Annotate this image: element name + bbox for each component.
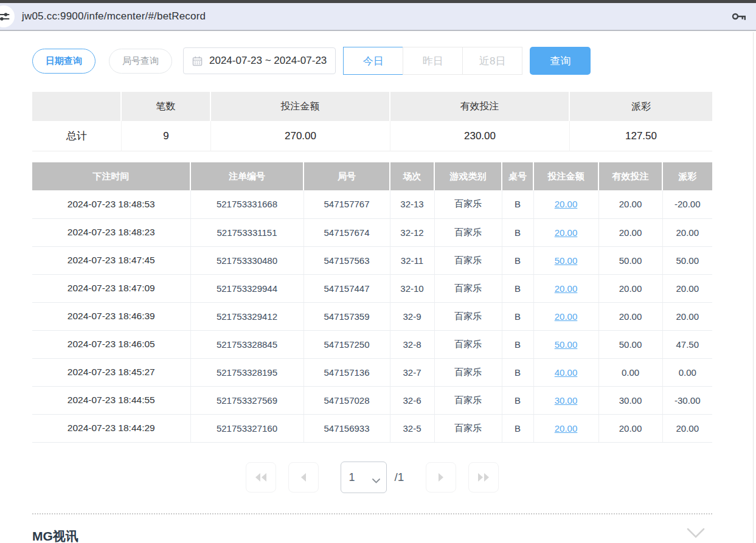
session-cell: 32-7 — [390, 358, 434, 386]
double-right-arrow-icon — [477, 472, 490, 482]
bet-amount-cell: 20.00 — [533, 302, 598, 330]
bet-no-cell: 521753331668 — [190, 190, 303, 218]
game-type-cell: 百家乐 — [434, 274, 502, 302]
round-no-cell: 547157028 — [303, 386, 390, 414]
key-icon[interactable] — [732, 12, 746, 21]
page-total-label: /1 — [395, 471, 404, 484]
session-cell: 32-8 — [390, 330, 434, 358]
header-game-type: 游戏类别 — [434, 162, 502, 190]
table-row: 2024-07-23 18:44:29 521753327160 5471569… — [32, 414, 712, 442]
bet-no-cell: 521753331151 — [190, 218, 303, 246]
table-no-cell: B — [502, 386, 533, 414]
double-left-arrow-icon — [254, 472, 268, 482]
bet-amount-cell: 30.00 — [533, 386, 598, 414]
summary-header-blank — [32, 92, 122, 121]
bet-amount-cell: 40.00 — [533, 358, 598, 386]
yesterday-button[interactable]: 昨日 — [403, 47, 463, 75]
header-session: 场次 — [390, 162, 434, 190]
round-no-cell: 547157447 — [303, 274, 390, 302]
summary-header-payout: 派彩 — [570, 92, 712, 121]
scrollbar-track[interactable] — [753, 32, 754, 543]
section-title: MG视讯 — [32, 528, 78, 543]
bet-time-cell: 2024-07-23 18:47:45 — [32, 246, 190, 274]
header-valid-bet: 有效投注 — [598, 162, 662, 190]
game-type-cell: 百家乐 — [434, 330, 502, 358]
round-no-cell: 547157767 — [303, 190, 390, 218]
header-bet-amount: 投注金额 — [533, 162, 598, 190]
bet-amount-link[interactable]: 50.00 — [555, 339, 578, 350]
section-divider — [32, 513, 712, 514]
table-no-cell: B — [502, 358, 533, 386]
next-page-button[interactable] — [426, 462, 456, 493]
bet-record-page: 日期查询 局号查询 2024-07-23 ~ 2024-07-23 今日 昨日 — [0, 47, 756, 543]
last8days-button[interactable]: 近8日 — [462, 47, 522, 75]
bet-no-cell: 521753330480 — [190, 246, 303, 274]
bet-record-table: 下注时间 注单编号 局号 场次 游戏类别 桌号 投注金额 有效投注 派彩 202… — [32, 162, 712, 443]
page-select-wrap: 1 — [341, 462, 387, 493]
valid-bet-cell: 20.00 — [598, 190, 662, 218]
valid-bet-cell: 20.00 — [598, 414, 662, 442]
bet-amount-cell: 20.00 — [533, 190, 598, 218]
round-no-cell: 547157674 — [303, 218, 390, 246]
session-cell: 32-10 — [390, 274, 434, 302]
summary-total-row: 总计 9 270.00 230.00 127.50 — [32, 121, 712, 151]
round-query-tab[interactable]: 局号查询 — [109, 49, 172, 74]
round-no-cell: 547157563 — [303, 246, 390, 274]
bet-no-cell: 521753328195 — [190, 358, 303, 386]
session-cell: 32-9 — [390, 302, 434, 330]
summary-total-count: 9 — [122, 121, 211, 151]
table-row: 2024-07-23 18:46:05 521753328845 5471572… — [32, 330, 712, 358]
bet-amount-cell: 20.00 — [533, 218, 598, 246]
date-range-input[interactable]: 2024-07-23 ~ 2024-07-23 — [183, 47, 336, 74]
page-select[interactable]: 1 — [341, 462, 387, 493]
bet-time-cell: 2024-07-23 18:48:53 — [32, 190, 190, 218]
bet-amount-link[interactable]: 30.00 — [555, 395, 578, 406]
bet-amount-link[interactable]: 50.00 — [555, 255, 578, 266]
url-text[interactable]: jw05.cc:9900/infe/mcenter/#/betRecord — [22, 10, 206, 22]
bet-no-cell: 521753329944 — [190, 274, 303, 302]
quick-range-group: 今日 昨日 近8日 — [343, 47, 522, 75]
mg-video-section-header[interactable]: MG视讯 — [32, 528, 712, 543]
table-row: 2024-07-23 18:48:53 521753331668 5471577… — [32, 190, 712, 218]
bet-amount-cell: 50.00 — [533, 246, 598, 274]
date-query-tab[interactable]: 日期查询 — [32, 49, 95, 74]
browser-url-bar[interactable]: jw05.cc:9900/infe/mcenter/#/betRecord — [0, 3, 756, 31]
bet-amount-link[interactable]: 40.00 — [555, 367, 578, 378]
summary-header-valid-bet: 有效投注 — [390, 92, 570, 121]
session-cell: 32-5 — [390, 414, 434, 442]
game-type-cell: 百家乐 — [434, 386, 502, 414]
valid-bet-cell: 30.00 — [598, 386, 662, 414]
summary-header-row: 笔数 投注金额 有效投注 派彩 — [32, 92, 712, 121]
chevron-down-icon[interactable] — [687, 528, 705, 539]
valid-bet-cell: 0.00 — [598, 358, 662, 386]
table-no-cell: B — [502, 302, 533, 330]
summary-header-count: 笔数 — [122, 92, 211, 121]
search-button[interactable]: 查询 — [530, 47, 591, 75]
right-arrow-icon — [437, 472, 445, 482]
bet-amount-link[interactable]: 20.00 — [555, 227, 578, 238]
summary-table: 笔数 投注金额 有效投注 派彩 总计 9 270.00 230.00 127.5… — [32, 92, 712, 151]
table-no-cell: B — [502, 414, 533, 442]
table-row: 2024-07-23 18:46:39 521753329412 5471573… — [32, 302, 712, 330]
session-cell: 32-13 — [390, 190, 434, 218]
last-page-button[interactable] — [468, 462, 499, 493]
header-bet-time: 下注时间 — [32, 162, 190, 190]
payout-cell: 20.00 — [662, 414, 712, 442]
today-button[interactable]: 今日 — [343, 47, 403, 75]
bet-amount-link[interactable]: 20.00 — [555, 311, 578, 322]
tune-icon[interactable] — [0, 5, 15, 27]
first-page-button[interactable] — [246, 462, 276, 493]
bet-amount-link[interactable]: 20.00 — [555, 423, 578, 434]
prev-page-button[interactable] — [288, 462, 319, 493]
table-no-cell: B — [502, 330, 533, 358]
session-cell: 32-6 — [390, 386, 434, 414]
payout-cell: -20.00 — [662, 190, 712, 218]
table-row: 2024-07-23 18:47:09 521753329944 5471574… — [32, 274, 712, 302]
bet-amount-link[interactable]: 20.00 — [555, 199, 578, 209]
valid-bet-cell: 20.00 — [598, 302, 662, 330]
bet-table-header-row: 下注时间 注单编号 局号 场次 游戏类别 桌号 投注金额 有效投注 派彩 — [32, 162, 712, 190]
bet-amount-link[interactable]: 20.00 — [555, 283, 578, 294]
payout-cell: 20.00 — [662, 218, 712, 246]
valid-bet-cell: 20.00 — [598, 274, 662, 302]
bet-table-body: 2024-07-23 18:48:53 521753331668 5471577… — [32, 190, 712, 442]
